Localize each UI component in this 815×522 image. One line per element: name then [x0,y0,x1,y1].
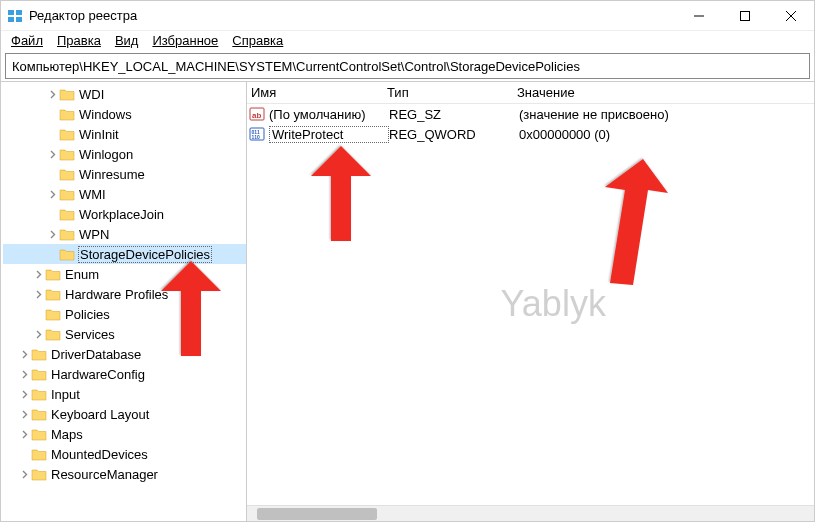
address-text: Компьютер\HKEY_LOCAL_MACHINE\SYSTEM\Curr… [12,59,580,74]
main-area: WDIWindowsWinInitWinlogonWinresumeWMIWor… [1,81,814,522]
tree-item-label: Windows [79,107,132,122]
chevron-right-icon[interactable] [45,227,59,241]
list-row[interactable]: 011110WriteProtectREG_QWORD0x00000000 (0… [247,124,814,144]
binary-value-icon: 011110 [249,126,267,142]
chevron-right-icon[interactable] [17,467,31,481]
tree-item[interactable]: StorageDevicePolicies [3,244,246,264]
tree-item[interactable]: WDI [3,84,246,104]
menu-file[interactable]: Файл [5,32,49,50]
folder-icon [31,347,47,361]
col-name[interactable]: Имя [247,85,387,100]
tree-item[interactable]: MountedDevices [3,444,246,464]
tree-item[interactable]: Keyboard Layout [3,404,246,424]
tree-item-label: StorageDevicePolicies [78,246,212,263]
svg-rect-2 [8,17,14,22]
row-type: REG_QWORD [389,127,519,142]
regedit-icon [7,8,23,24]
chevron-right-icon[interactable] [17,367,31,381]
tree-item-label: Winlogon [79,147,133,162]
row-type: REG_SZ [389,107,519,122]
tree-item-label: WMI [79,187,106,202]
tree-item-label: WorkplaceJoin [79,207,164,222]
tree-item-label: Input [51,387,80,402]
tree-item[interactable]: WinInit [3,124,246,144]
folder-icon [59,187,75,201]
tree-item-label: Enum [65,267,99,282]
chevron-right-icon[interactable] [17,407,31,421]
list-row[interactable]: ab(По умолчанию)REG_SZ(значение не присв… [247,104,814,124]
tree-item[interactable]: Winlogon [3,144,246,164]
tree-item[interactable]: Policies [3,304,246,324]
tree-item[interactable]: DriverDatabase [3,344,246,364]
address-bar[interactable]: Компьютер\HKEY_LOCAL_MACHINE\SYSTEM\Curr… [5,53,810,79]
tree-item-label: Keyboard Layout [51,407,149,422]
tree-item[interactable]: Services [3,324,246,344]
tree-panel[interactable]: WDIWindowsWinInitWinlogonWinresumeWMIWor… [1,81,247,522]
folder-icon [45,287,61,301]
tree-item-label: WinInit [79,127,119,142]
tree-item[interactable]: WorkplaceJoin [3,204,246,224]
menu-edit[interactable]: Правка [51,32,107,50]
tree-item[interactable]: WPN [3,224,246,244]
folder-icon [31,447,47,461]
folder-icon [59,147,75,161]
chevron-right-icon[interactable] [17,427,31,441]
chevron-right-icon[interactable] [31,327,45,341]
menu-view[interactable]: Вид [109,32,145,50]
tree-item[interactable]: Hardware Profiles [3,284,246,304]
col-type[interactable]: Тип [387,85,517,100]
list-header[interactable]: Имя Тип Значение [247,82,814,104]
close-button[interactable] [768,1,814,31]
folder-icon [31,407,47,421]
tree-item[interactable]: Maps [3,424,246,444]
chevron-right-icon[interactable] [45,87,59,101]
menu-favorites[interactable]: Избранное [146,32,224,50]
row-name: (По умолчанию) [269,107,389,122]
svg-rect-0 [8,10,14,15]
list-panel[interactable]: Имя Тип Значение ab(По умолчанию)REG_SZ(… [247,81,814,522]
tree-item-label: ResourceManager [51,467,158,482]
menubar: Файл Правка Вид Избранное Справка [1,31,814,51]
folder-icon [59,167,75,181]
minimize-button[interactable] [676,1,722,31]
folder-icon [31,467,47,481]
tree-item-label: WDI [79,87,104,102]
horizontal-scrollbar[interactable] [247,505,814,521]
chevron-right-icon[interactable] [45,187,59,201]
maximize-button[interactable] [722,1,768,31]
tree-item-label: Services [65,327,115,342]
folder-icon [59,87,75,101]
row-name: WriteProtect [269,126,389,143]
tree-item-label: HardwareConfig [51,367,145,382]
tree-item-label: Hardware Profiles [65,287,168,302]
col-value[interactable]: Значение [517,85,814,100]
folder-icon [59,207,75,221]
scrollbar-thumb[interactable] [257,508,377,520]
tree-item[interactable]: HardwareConfig [3,364,246,384]
chevron-right-icon[interactable] [45,147,59,161]
svg-rect-5 [741,11,750,20]
chevron-right-icon[interactable] [17,387,31,401]
tree-item-label: Policies [65,307,110,322]
folder-icon [31,387,47,401]
svg-text:110: 110 [252,134,261,140]
folder-icon [59,247,75,261]
titlebar: Редактор реестра [1,1,814,31]
watermark: Yablyk [501,283,606,325]
chevron-right-icon[interactable] [31,267,45,281]
folder-icon [45,267,61,281]
tree-item[interactable]: Enum [3,264,246,284]
string-value-icon: ab [249,106,267,122]
tree-item[interactable]: Input [3,384,246,404]
chevron-right-icon[interactable] [17,347,31,361]
folder-icon [31,427,47,441]
window-controls [676,1,814,31]
menu-help[interactable]: Справка [226,32,289,50]
tree-item[interactable]: Windows [3,104,246,124]
folder-icon [45,307,61,321]
chevron-right-icon[interactable] [31,287,45,301]
tree-item[interactable]: WMI [3,184,246,204]
tree-item-label: Maps [51,427,83,442]
tree-item[interactable]: Winresume [3,164,246,184]
tree-item[interactable]: ResourceManager [3,464,246,484]
